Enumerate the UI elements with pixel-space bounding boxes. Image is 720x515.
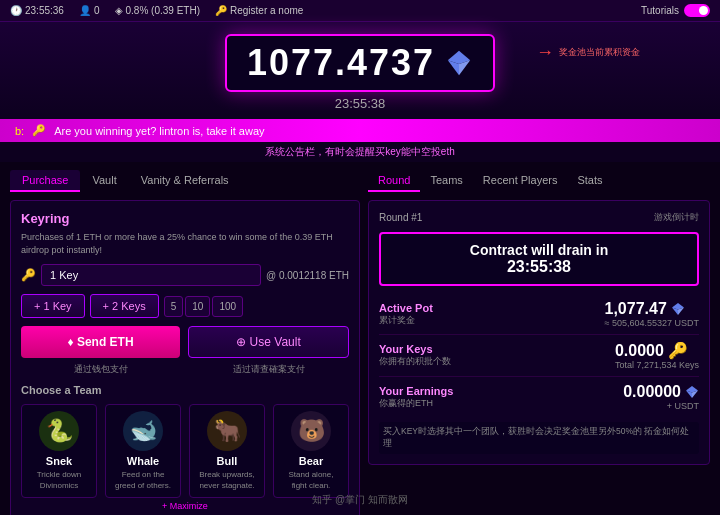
announcement-bar: b: 🔑 Are you winning yet? lintron is, ta… xyxy=(0,119,720,142)
tab-vanity[interactable]: Vanity & Referrals xyxy=(129,170,241,192)
team-snek[interactable]: 🐍 Snek Trickle down Divinomics xyxy=(21,404,97,498)
eth-icon-pot xyxy=(671,302,685,316)
key-price: @ 0.0012118 ETH xyxy=(266,270,349,281)
active-pot-usdt: ≈ 505,604.55327 USDT xyxy=(605,318,700,328)
tab-vault[interactable]: Vault xyxy=(80,170,128,192)
clock-icon: 🕐 xyxy=(10,5,22,16)
keyring-title: Keyring xyxy=(21,211,349,226)
your-keys-row: Your Keys 你拥有的积批个数 0.0000 🔑 Total 7,271,… xyxy=(379,335,699,377)
your-keys-value: 0.0000 🔑 xyxy=(615,341,699,360)
right-tab-teams[interactable]: Teams xyxy=(420,170,472,192)
team-bear[interactable]: 🐻 Bear Stand alone, fight clean. xyxy=(273,404,349,498)
right-tab-stats[interactable]: Stats xyxy=(567,170,612,192)
your-earnings-label: Your Earnings xyxy=(379,385,469,397)
btn-5[interactable]: 5 xyxy=(164,296,184,317)
pot-timer: 23:55:38 xyxy=(0,96,720,111)
watermark: 知乎 @掌门 知而散网 xyxy=(312,493,408,507)
your-keys-sublabel: 你拥有的积批个数 xyxy=(379,355,615,368)
your-earnings-row: Your Earnings 你赢得的ETH 0.00000 + USDT xyxy=(379,377,699,417)
announcement-key-icon: 🔑 xyxy=(32,124,46,137)
use-vault-desc: 适过请查確案支付 xyxy=(189,363,349,376)
your-earnings-usdt: + USDT xyxy=(623,401,699,411)
key-icon-sm: 🔑 xyxy=(668,341,688,360)
snek-icon: 🐍 xyxy=(39,411,79,451)
btn-plus-2keys[interactable]: + 2 Keys xyxy=(90,294,159,318)
maximize-btn[interactable]: + Maximize xyxy=(21,501,349,511)
your-keys-total: Total 7,271,534 Keys xyxy=(615,360,699,370)
register-link[interactable]: 🔑 Register a nome xyxy=(215,5,303,16)
choose-team-label: Choose a Team xyxy=(21,384,349,396)
announcement-message: Are you winning yet? lintron is, take it… xyxy=(54,125,264,137)
active-pot-row: Active Pot 累计奖金 1,077.47 ≈ 505,604.55327… xyxy=(379,294,699,335)
send-eth-desc: 通过钱包支付 xyxy=(21,363,181,376)
bear-desc: Stand alone, fight clean. xyxy=(280,470,342,491)
announcement-sub: 系统公告栏，有时会提醒买key能中空投eth xyxy=(0,142,720,162)
eth-diamond-icon xyxy=(445,49,473,77)
key-num-buttons: 5 10 100 xyxy=(164,296,243,317)
bear-name: Bear xyxy=(280,455,342,467)
players-icon: 👤 xyxy=(79,5,91,16)
btn-plus-1key[interactable]: + 1 Key xyxy=(21,294,85,318)
key-input-row: 🔑 1 Key @ 0.0012118 ETH xyxy=(21,264,349,286)
teams-grid: 🐍 Snek Trickle down Divinomics 🐋 Whale F… xyxy=(21,404,349,498)
right-tab-round[interactable]: Round xyxy=(368,170,420,192)
active-pot-value: 1,077.47 xyxy=(605,300,700,318)
key-buttons: + 1 Key + 2 Keys 5 10 100 xyxy=(21,294,349,318)
your-earnings-sublabel: 你赢得的ETH xyxy=(379,397,623,410)
key-input[interactable]: 1 Key xyxy=(41,264,261,286)
keyring-desc: Purchases of 1 ETH or more have a 25% ch… xyxy=(21,231,349,256)
footer-note: 买入KEY时选择其中一个团队，获胜时会决定奖金池里另外50%的 拓金如何处理 xyxy=(379,422,699,454)
snek-desc: Trickle down Divinomics xyxy=(28,470,90,491)
round-label: Round #1 xyxy=(379,212,422,223)
bull-desc: Break upwards, never stagnate. xyxy=(196,470,258,491)
whale-icon: 🐋 xyxy=(123,411,163,451)
pot-display: 1077.4737 xyxy=(225,34,495,92)
whale-name: Whale xyxy=(112,455,174,467)
team-bull[interactable]: 🐂 Bull Break upwards, never stagnate. xyxy=(189,404,265,498)
register-icon: 🔑 xyxy=(215,5,227,16)
right-panel: Round Teams Recent Players Stats Round #… xyxy=(368,170,710,515)
action-buttons: ♦ Send ETH ⊕ Use Vault xyxy=(21,326,349,358)
left-panel-tabs: Purchase Vault Vanity & Referrals xyxy=(10,170,360,192)
active-pot-label: Active Pot xyxy=(379,302,469,314)
game-timer-label: 游戏倒计时 xyxy=(654,211,699,224)
bull-name: Bull xyxy=(196,455,258,467)
btn-use-vault[interactable]: ⊕ Use Vault xyxy=(188,326,349,358)
snek-name: Snek xyxy=(28,455,90,467)
pot-number: 1077.4737 xyxy=(247,42,435,84)
right-panel-tabs: Round Teams Recent Players Stats xyxy=(368,170,710,192)
main-content: Purchase Vault Vanity & Referrals Keyrin… xyxy=(0,162,720,515)
action-desc: 通过钱包支付 适过请查確案支付 xyxy=(21,363,349,376)
tutorials-toggle[interactable]: Tutorials xyxy=(641,4,710,17)
tab-purchase[interactable]: Purchase xyxy=(10,170,80,192)
eth-icon: ◈ xyxy=(115,5,123,16)
contract-drain-time: 23:55:38 xyxy=(389,258,689,276)
contract-drain-box: Contract will drain in 23:55:38 xyxy=(379,232,699,286)
announcement-prefix: b: xyxy=(15,125,24,137)
your-earnings-value: 0.00000 xyxy=(623,383,699,401)
tutorials-switch[interactable] xyxy=(684,4,710,17)
right-tab-recent[interactable]: Recent Players xyxy=(473,170,568,192)
bear-icon: 🐻 xyxy=(291,411,331,451)
left-panel-inner: Keyring Purchases of 1 ETH or more have … xyxy=(10,200,360,515)
round-inner: Round #1 游戏倒计时 Contract will drain in 23… xyxy=(368,200,710,465)
active-pot-sublabel: 累计奖金 xyxy=(379,314,605,327)
whale-desc: Feed on the greed of others. xyxy=(112,470,174,491)
bull-icon: 🐂 xyxy=(207,411,247,451)
your-keys-label: Your Keys xyxy=(379,343,469,355)
hero-section: 1077.4737 23:55:38 → 奖金池当前累积资金 xyxy=(0,22,720,119)
eth-display: ◈ 0.8% (0.39 ETH) xyxy=(115,5,200,16)
players-display: 👤 0 xyxy=(79,5,100,16)
contract-drain-title: Contract will drain in xyxy=(389,242,689,258)
key-icon: 🔑 xyxy=(21,268,36,282)
eth-icon-earnings xyxy=(685,385,699,399)
btn-send-eth[interactable]: ♦ Send ETH xyxy=(21,326,180,358)
btn-10[interactable]: 10 xyxy=(185,296,210,317)
team-whale[interactable]: 🐋 Whale Feed on the greed of others. xyxy=(105,404,181,498)
left-panel: Purchase Vault Vanity & Referrals Keyrin… xyxy=(10,170,360,515)
clock-display: 🕐 23:55:36 xyxy=(10,5,64,16)
top-bar: 🕐 23:55:36 👤 0 ◈ 0.8% (0.39 ETH) 🔑 Regis… xyxy=(0,0,720,22)
pot-annotation: → 奖金池当前累积资金 xyxy=(536,42,640,63)
btn-100[interactable]: 100 xyxy=(212,296,243,317)
